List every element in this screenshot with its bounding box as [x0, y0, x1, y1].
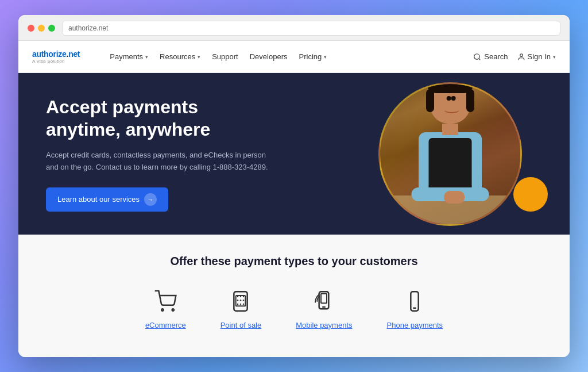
payment-section-title: Offer these payment types to your custom…	[46, 253, 542, 269]
close-button[interactable]	[28, 25, 34, 32]
pos-label[interactable]: Point of sale	[220, 321, 262, 329]
mobile-icon	[310, 287, 338, 315]
mobile-label[interactable]: Mobile payments	[296, 321, 352, 329]
nav-links: Payments ▾ Resources ▾ Support Developer…	[105, 50, 457, 63]
browser-chrome: authorize.net	[18, 15, 570, 41]
nav-payments[interactable]: Payments ▾	[105, 50, 153, 63]
payment-type-mobile[interactable]: Mobile payments	[296, 287, 352, 329]
phone-label[interactable]: Phone payments	[387, 321, 443, 329]
nav-resources[interactable]: Resources ▾	[155, 50, 205, 63]
payment-section: Offer these payment types to your custom…	[18, 235, 570, 357]
signin-chevron-icon: ▾	[553, 54, 556, 60]
payment-type-pos[interactable]: Point of sale	[220, 287, 262, 329]
signin-button[interactable]: Sign In ▾	[517, 52, 556, 61]
svg-point-0	[474, 54, 479, 59]
traffic-lights	[28, 25, 55, 32]
logo[interactable]: authorize.net A Visa Solution	[32, 49, 80, 64]
user-icon	[517, 53, 525, 61]
nav-support[interactable]: Support	[207, 50, 243, 63]
nav-developers[interactable]: Developers	[245, 50, 292, 63]
payment-types-list: eCommerce	[46, 287, 542, 339]
hero-description: Accept credit cards, contactless payment…	[46, 149, 276, 174]
arrow-right-icon: →	[144, 193, 157, 206]
nav-actions: Search Sign In ▾	[473, 52, 556, 61]
svg-point-3	[162, 309, 164, 310]
browser-window: authorize.net authorize.net A Visa Solut…	[18, 15, 570, 356]
logo-sub: A Visa Solution	[32, 59, 80, 64]
logo-brand: authorize.net	[32, 49, 80, 59]
person-illustration	[380, 84, 520, 224]
payments-chevron-icon: ▾	[145, 54, 148, 60]
payment-type-ecommerce[interactable]: eCommerce	[145, 287, 186, 329]
svg-line-1	[479, 59, 481, 60]
hero-cta-button[interactable]: Learn about our services →	[46, 187, 168, 212]
pricing-chevron-icon: ▾	[324, 54, 327, 60]
navbar: authorize.net A Visa Solution Payments ▾…	[18, 41, 570, 73]
svg-point-4	[172, 309, 174, 310]
ecommerce-icon	[152, 287, 179, 315]
hero-content: Accept payments anytime, anywhere Accept…	[46, 73, 276, 234]
search-button[interactable]: Search	[473, 52, 508, 61]
hero-image-area	[358, 85, 542, 223]
svg-rect-17	[321, 293, 327, 303]
resources-chevron-icon: ▾	[198, 54, 200, 60]
address-bar[interactable]: authorize.net	[62, 21, 560, 36]
phone-icon	[401, 287, 428, 315]
pos-icon	[227, 287, 254, 315]
svg-point-2	[520, 54, 523, 57]
logo-text: authorize.net	[32, 49, 80, 59]
minimize-button[interactable]	[38, 25, 45, 32]
nav-pricing[interactable]: Pricing ▾	[295, 50, 332, 63]
hero-portrait	[378, 82, 522, 226]
yellow-accent-decoration	[513, 177, 548, 212]
maximize-button[interactable]	[48, 25, 55, 32]
hero-title: Accept payments anytime, anywhere	[46, 96, 276, 140]
payment-type-phone[interactable]: Phone payments	[387, 287, 443, 329]
ecommerce-label[interactable]: eCommerce	[145, 321, 186, 329]
hero-section: Accept payments anytime, anywhere Accept…	[18, 73, 570, 234]
search-icon	[473, 53, 481, 61]
